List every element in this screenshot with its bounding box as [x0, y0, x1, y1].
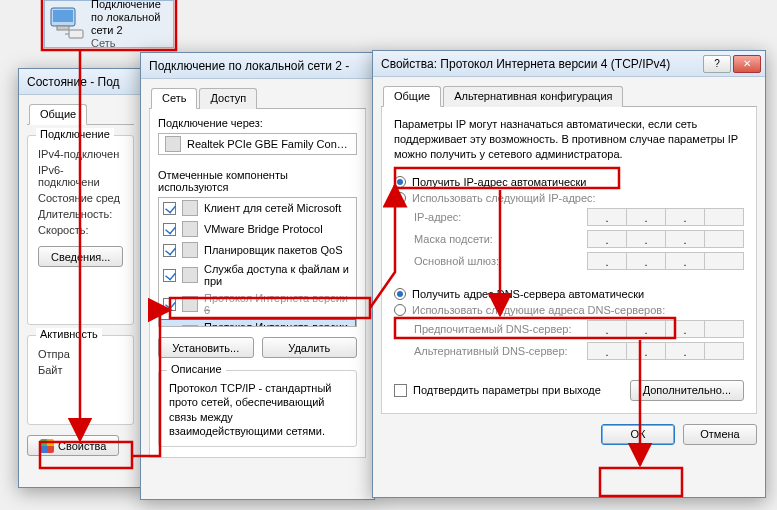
advanced-button[interactable]: Дополнительно...	[630, 380, 744, 401]
ipv6-label: IPv6-подключени	[38, 164, 123, 188]
dns2-field: ...	[588, 342, 744, 360]
intro-text: Параметры IP могут назначаться автоматич…	[394, 117, 744, 162]
gateway-field: ...	[588, 252, 744, 270]
status-window: Состояние - Под Общие Подключение IPv4-п…	[18, 68, 143, 488]
svg-rect-3	[69, 30, 83, 38]
checkbox[interactable]	[163, 298, 176, 311]
connection-sublabel: Сеть	[91, 37, 171, 50]
ip-auto-label: Получить IP-адрес автоматически	[412, 176, 586, 188]
checkbox[interactable]	[163, 269, 176, 282]
details-button[interactable]: Сведения...	[38, 246, 123, 267]
list-item[interactable]: Клиент для сетей Microsoft	[159, 198, 356, 219]
protocol-icon	[182, 296, 198, 312]
dns-auto-label: Получить адрес DNS-сервера автоматически	[412, 288, 644, 300]
service-icon	[182, 267, 198, 283]
adapter-name: Realtek PCIe GBE Family Controller #	[187, 138, 350, 150]
list-item[interactable]: VMware Bridge Protocol	[159, 219, 356, 240]
props-title: Подключение по локальной сети 2 -	[149, 59, 370, 73]
connection-label: Подключение по локальной сети 2	[91, 0, 171, 37]
checkbox[interactable]	[163, 223, 176, 236]
ipv4-label: IPv4-подключен	[38, 148, 119, 160]
group-connection: Подключение	[36, 128, 114, 140]
remove-button[interactable]: Удалить	[262, 337, 358, 358]
checkbox[interactable]	[163, 244, 176, 257]
network-connection-shortcut[interactable]: Подключение по локальной сети 2 Сеть	[44, 0, 174, 48]
confirm-exit-checkbox[interactable]	[394, 384, 407, 397]
client-icon	[182, 200, 198, 216]
cancel-button[interactable]: Отмена	[683, 424, 757, 445]
bytes-label: Байт	[38, 364, 63, 376]
gateway-label: Основной шлюз:	[414, 255, 564, 267]
radio-dns-manual[interactable]	[394, 304, 406, 316]
adapter-field[interactable]: Realtek PCIe GBE Family Controller #	[158, 133, 357, 155]
service-icon	[182, 221, 198, 237]
radio-dns-auto[interactable]	[394, 288, 406, 300]
shield-icon	[40, 439, 54, 453]
tab-network[interactable]: Сеть	[151, 88, 197, 109]
service-icon	[182, 242, 198, 258]
group-activity: Активность	[36, 328, 102, 340]
status-title: Состояние - Под	[27, 75, 138, 89]
ip-manual-label: Использовать следующий IP-адрес:	[412, 192, 596, 204]
list-item[interactable]: Служба доступа к файлам и при	[159, 261, 356, 290]
tab-general[interactable]: Общие	[29, 104, 87, 125]
ip-address-label: IP-адрес:	[414, 211, 564, 223]
tab-alternative[interactable]: Альтернативная конфигурация	[443, 86, 623, 107]
checkbox[interactable]	[163, 327, 176, 328]
media-label: Состояние сред	[38, 192, 120, 204]
duration-label: Длительность:	[38, 208, 112, 220]
status-titlebar[interactable]: Состояние - Под	[19, 69, 142, 95]
dns1-field: ...	[588, 320, 744, 338]
install-button[interactable]: Установить...	[158, 337, 254, 358]
connect-via-label: Подключение через:	[158, 117, 357, 129]
confirm-exit-label: Подтвердить параметры при выходе	[413, 384, 601, 396]
svg-rect-2	[57, 26, 69, 30]
mask-field: ...	[588, 230, 744, 248]
list-item[interactable]: Планировщик пакетов QoS	[159, 240, 356, 261]
connection-properties-window: Подключение по локальной сети 2 - Сеть Д…	[140, 52, 375, 500]
description-text: Протокол TCP/IP - стандартный прото сете…	[169, 381, 346, 438]
ipv4-properties-window: Свойства: Протокол Интернета версии 4 (T…	[372, 50, 766, 498]
dns1-label: Предпочитаемый DNS-сервер:	[414, 323, 582, 335]
props-titlebar[interactable]: Подключение по локальной сети 2 -	[141, 53, 374, 79]
list-item-ipv4[interactable]: Протокол Интернета версии 4 (	[159, 319, 356, 327]
list-item[interactable]: Протокол Интернета версии 6	[159, 290, 356, 319]
ipv4-title: Свойства: Протокол Интернета версии 4 (T…	[381, 57, 701, 71]
mask-label: Маска подсети:	[414, 233, 564, 245]
close-button[interactable]: ✕	[733, 55, 761, 73]
components-label: Отмеченные компоненты используются	[158, 169, 357, 193]
checkbox[interactable]	[163, 202, 176, 215]
dns2-label: Альтернативный DNS-сервер:	[414, 345, 582, 357]
tab-access[interactable]: Доступ	[199, 88, 257, 109]
tab-general[interactable]: Общие	[383, 86, 441, 107]
help-button[interactable]: ?	[703, 55, 731, 73]
ip-address-field: ...	[588, 208, 744, 226]
protocol-icon	[182, 325, 198, 327]
nic-icon	[165, 136, 181, 152]
ok-button[interactable]: ОК	[601, 424, 675, 445]
components-list[interactable]: Клиент для сетей Microsoft VMware Bridge…	[158, 197, 357, 327]
svg-rect-1	[53, 10, 73, 22]
sent-label: Отпра	[38, 348, 70, 360]
radio-ip-auto[interactable]	[394, 176, 406, 188]
dns-manual-label: Использовать следующие адреса DNS-сервер…	[412, 304, 665, 316]
description-legend: Описание	[167, 363, 226, 375]
ipv4-titlebar[interactable]: Свойства: Протокол Интернета версии 4 (T…	[373, 51, 765, 77]
radio-ip-manual[interactable]	[394, 192, 406, 204]
speed-label: Скорость:	[38, 224, 89, 236]
connection-icon	[47, 4, 87, 44]
properties-button[interactable]: Свойства	[27, 435, 119, 456]
